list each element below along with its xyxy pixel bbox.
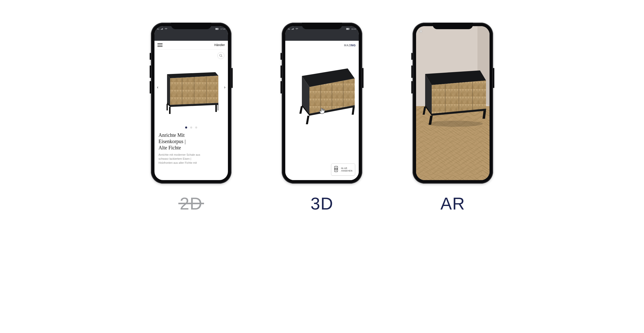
close-icon[interactable]: ✕: [419, 29, 423, 34]
brand-logo: MAZING: [344, 44, 356, 47]
svg-marker-10: [167, 74, 170, 105]
carousel-dot[interactable]: [190, 127, 192, 129]
phone-side-button: [280, 81, 282, 94]
phone-2d-screen: A1 17:44: [154, 26, 228, 180]
svg-marker-48: [423, 107, 426, 115]
carousel-dot[interactable]: [195, 127, 197, 129]
phone-side-button: [411, 53, 413, 60]
svg-rect-19: [167, 104, 168, 110]
phone-side-button: [231, 68, 233, 88]
wifi-icon: [295, 28, 298, 30]
svg-rect-23: [349, 29, 350, 29]
battery-icon: [346, 28, 350, 30]
svg-point-49: [428, 121, 483, 127]
hamburger-icon[interactable]: [157, 43, 163, 47]
carousel-next-icon[interactable]: ›: [223, 84, 227, 91]
carousel-prev-icon[interactable]: ‹: [155, 84, 160, 91]
svg-marker-34: [299, 106, 303, 114]
product-text: Anrichte Mit Eisenkorpus | Alte Fichte A…: [154, 129, 228, 165]
svg-rect-18: [215, 105, 217, 112]
phone-2d: A1 17:44: [151, 23, 231, 184]
column-ar: ✕: [413, 23, 493, 213]
product-title: Anrichte Mit Eisenkorpus | Alte Fichte: [158, 132, 224, 151]
phone-ar-screen: ✕: [416, 26, 490, 180]
phone-3d: A1 18:42: [282, 23, 362, 184]
column-2d: A1 17:44: [151, 23, 231, 213]
carrier-label: A1: [288, 28, 290, 30]
status-time: 17:44: [220, 28, 225, 30]
ar-button-label: IN AR ANSEHEN: [341, 167, 352, 172]
phone-side-button: [280, 65, 282, 78]
ar-camera-view[interactable]: ✕: [416, 26, 490, 180]
svg-marker-32: [306, 116, 309, 124]
svg-marker-33: [352, 107, 355, 115]
phone-ar: ✕: [413, 23, 493, 184]
svg-rect-5: [216, 28, 218, 29]
signal-icon: [291, 28, 294, 30]
svg-point-7: [220, 54, 222, 56]
wifi-icon: [165, 28, 168, 30]
phone-side-button: [362, 68, 364, 88]
caption-3d: 3D: [311, 194, 334, 213]
svg-rect-6: [218, 29, 219, 29]
carrier-label: A1: [157, 28, 159, 30]
phone-side-button: [150, 65, 151, 78]
signal-icon: [160, 28, 164, 30]
phone-side-button: [411, 65, 413, 78]
ar-cube-icon: [333, 166, 339, 173]
svg-line-8: [221, 56, 222, 57]
battery-icon: [215, 28, 219, 30]
svg-rect-17: [169, 107, 171, 114]
product-nav: Händler: [154, 41, 228, 50]
product-image: [163, 67, 220, 116]
product-image-area[interactable]: ‹ ›: [154, 50, 228, 125]
carousel-dots[interactable]: [154, 127, 228, 129]
phone-notch: [433, 23, 473, 29]
caption-2d: 2D: [180, 194, 203, 213]
svg-rect-20: [217, 104, 219, 110]
phone-side-button: [280, 53, 282, 60]
phone-side-button: [493, 68, 494, 88]
viewer-3d[interactable]: MAZING: [285, 41, 359, 180]
app-header-dark: [154, 32, 228, 41]
svg-rect-22: [346, 28, 349, 29]
product-description: Anrichte mit moderner Schale aus schwarz…: [158, 153, 224, 165]
product-3d-model[interactable]: [290, 61, 358, 127]
phone-3d-screen: A1 18:42: [285, 26, 359, 180]
phone-notch: [302, 23, 342, 29]
caption-ar: AR: [440, 194, 465, 213]
hand-cursor-icon: [318, 107, 326, 116]
handler-link[interactable]: Händler: [214, 43, 225, 47]
comparison-stage: A1 17:44: [0, 0, 644, 333]
app-header-dark: [285, 32, 359, 41]
status-time: 18:42: [351, 28, 356, 30]
phone-side-button: [150, 81, 151, 94]
column-3d: A1 18:42: [282, 23, 362, 213]
phone-side-button: [411, 81, 413, 94]
ar-placed-product[interactable]: [420, 59, 488, 130]
phone-side-button: [150, 53, 151, 60]
carousel-dot-active[interactable]: [185, 127, 187, 129]
view-in-ar-button[interactable]: IN AR ANSEHEN: [331, 163, 355, 176]
phone-notch: [171, 23, 211, 29]
search-icon[interactable]: [217, 52, 224, 59]
svg-marker-47: [482, 111, 486, 119]
